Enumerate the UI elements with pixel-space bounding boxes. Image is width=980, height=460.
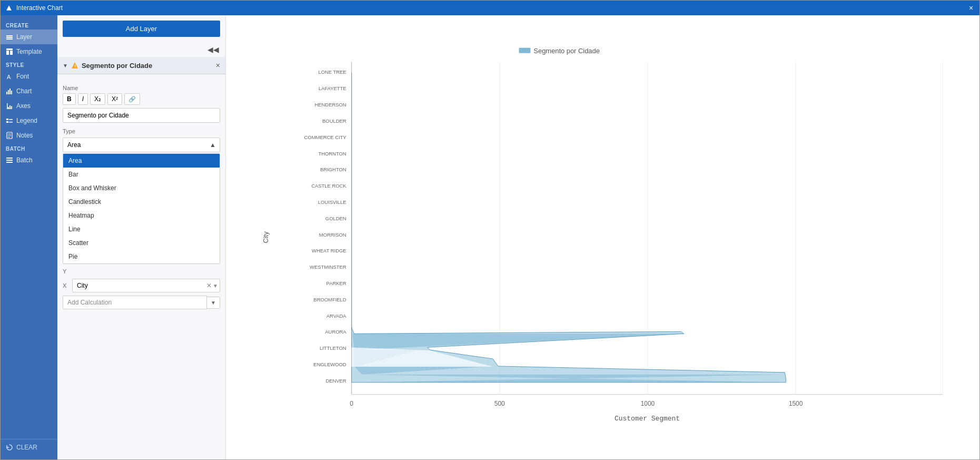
svg-rect-15 <box>11 106 12 109</box>
svg-rect-5 <box>10 51 13 55</box>
city-label-12: WESTMINSTER <box>310 264 347 270</box>
axes-icon <box>6 102 13 110</box>
sidebar-item-label: Axes <box>16 102 31 110</box>
bold-button[interactable]: B <box>63 93 76 105</box>
city-label-14: BROOMFIELD <box>313 297 346 302</box>
chart-svg: Segmento por Cidade 0 500 1000 1500 <box>236 26 969 449</box>
svg-rect-4 <box>6 51 9 55</box>
app-window: Interactive Chart × CREATE Layer T <box>0 0 980 460</box>
city-label-5: THORNTON <box>318 151 346 156</box>
legend-color-swatch <box>519 48 531 53</box>
dropdown-item-candlestick[interactable]: Candlestick <box>63 195 220 209</box>
clear-button[interactable]: CLEAR <box>6 444 52 451</box>
svg-rect-12 <box>7 109 12 110</box>
collapse-panel-button[interactable]: ◀◀ <box>206 44 220 55</box>
svg-rect-3 <box>6 48 13 50</box>
sidebar-item-notes[interactable]: Notes <box>1 128 57 143</box>
city-label-1: LAFAYETTE <box>319 85 347 91</box>
refresh-icon <box>6 444 13 451</box>
dropdown-item-line[interactable]: Line <box>63 222 220 236</box>
sidebar-item-layer[interactable]: Layer <box>1 30 57 44</box>
panel-header-left: ▼ ! Segmento por Cidade <box>63 62 152 70</box>
batch-section-label: BATCH <box>1 143 57 153</box>
x-tick-500: 500 <box>494 400 505 407</box>
sidebar-item-label: Batch <box>16 156 33 164</box>
batch-icon <box>6 156 13 164</box>
link-button[interactable]: 🔗 <box>124 93 140 105</box>
city-label-9: GOLDEN <box>325 216 347 221</box>
type-field-label: Type <box>63 128 220 134</box>
dropdown-item-heatmap[interactable]: Heatmap <box>63 209 220 222</box>
window-title: Interactive Chart <box>16 4 967 12</box>
sidebar-item-legend[interactable]: Legend <box>1 113 57 128</box>
subscript-button[interactable]: X₂ <box>90 93 105 105</box>
svg-rect-1 <box>6 37 13 38</box>
layer-close-button[interactable]: × <box>216 61 220 70</box>
sidebar-item-batch[interactable]: Batch <box>1 153 57 168</box>
city-label-16: AURORA <box>325 329 347 335</box>
add-layer-button[interactable]: Add Layer <box>63 21 220 37</box>
city-label-7: CASTLE ROCK <box>311 183 347 189</box>
x-axis-clear-button[interactable]: ✕ <box>206 282 212 289</box>
name-toolbar: B I X₂ X² 🔗 <box>63 93 220 105</box>
dropdown-item-box-whisker[interactable]: Box and Whisker <box>63 181 220 195</box>
svg-rect-9 <box>9 89 11 94</box>
dropdown-item-pie[interactable]: Pie <box>63 250 220 263</box>
svg-rect-10 <box>11 91 12 94</box>
svg-rect-26 <box>6 162 13 163</box>
svg-rect-11 <box>7 103 8 109</box>
dropdown-item-area[interactable]: Area <box>63 154 220 168</box>
sidebar-item-axes[interactable]: Axes <box>1 99 57 113</box>
sidebar-item-chart[interactable]: Chart <box>1 84 57 99</box>
main-content: CREATE Layer Template STYLE <box>1 15 979 459</box>
sidebar-item-label: Template <box>16 48 42 55</box>
city-label-10: MORRISON <box>319 232 347 238</box>
area-fill <box>352 73 786 383</box>
legend-text: Segmento por Cidade <box>533 47 600 55</box>
italic-button[interactable]: I <box>78 93 88 105</box>
notes-icon <box>6 132 13 139</box>
x-tick-1000: 1000 <box>641 400 655 407</box>
warning-icon: ! <box>71 62 78 69</box>
type-select-wrapper: Area Bar Box and Whisker Candlestick Hea… <box>63 138 220 152</box>
template-icon <box>6 48 13 55</box>
close-button[interactable]: × <box>967 4 975 12</box>
sidebar-item-label: Font <box>16 73 29 80</box>
x-axis-title: Customer Segment <box>615 415 680 423</box>
sidebar-item-label: Layer <box>16 33 32 41</box>
city-label-18: ENGLEWOOD <box>313 361 346 367</box>
left-sidebar: CREATE Layer Template STYLE <box>1 15 57 459</box>
sidebar-item-label: Chart <box>16 87 32 95</box>
superscript-button[interactable]: X² <box>107 93 122 105</box>
city-label-4: COMMERCE CITY <box>304 134 347 140</box>
add-calculation-expand-button[interactable]: ▼ <box>207 297 220 309</box>
font-icon: A <box>6 73 13 80</box>
city-label-6: BRIGHTON <box>320 167 347 172</box>
city-label-15: ARVADA <box>326 313 347 319</box>
type-select[interactable]: Area Bar Box and Whisker Candlestick Hea… <box>63 138 220 152</box>
svg-rect-19 <box>9 122 13 123</box>
city-label-3: BOULDER <box>322 118 347 124</box>
panel: Add Layer ◀◀ ▼ ! Segmento por Cidade × <box>57 15 226 459</box>
dropdown-item-bar[interactable]: Bar <box>63 168 220 181</box>
svg-text:!: ! <box>74 64 75 68</box>
city-label-2: HENDERSON <box>314 102 346 107</box>
svg-rect-8 <box>8 90 9 94</box>
y-axis-title: City <box>262 231 270 243</box>
add-calculation-input[interactable]: Add Calculation <box>63 296 207 309</box>
svg-rect-14 <box>9 105 11 109</box>
sidebar-item-template[interactable]: Template <box>1 44 57 59</box>
svg-text:A: A <box>7 74 11 80</box>
x-axis-field[interactable]: City <box>72 279 220 292</box>
sidebar-item-font[interactable]: A Font <box>1 69 57 84</box>
layer-panel-header: ▼ ! Segmento por Cidade × <box>57 57 225 74</box>
dropdown-item-scatter[interactable]: Scatter <box>63 236 220 250</box>
type-dropdown-list: Area Bar Box and Whisker Candlestick Hea… <box>63 153 220 264</box>
x-axis-expand-button[interactable]: ▼ <box>213 283 218 289</box>
city-label-11: WHEAT RIDGE <box>312 248 347 253</box>
style-section-label: STYLE <box>1 59 57 69</box>
svg-rect-18 <box>9 119 13 120</box>
city-label-13: PARKER <box>326 280 347 286</box>
chart-area: Segmento por Cidade 0 500 1000 1500 <box>226 15 979 459</box>
name-input[interactable] <box>63 108 220 123</box>
